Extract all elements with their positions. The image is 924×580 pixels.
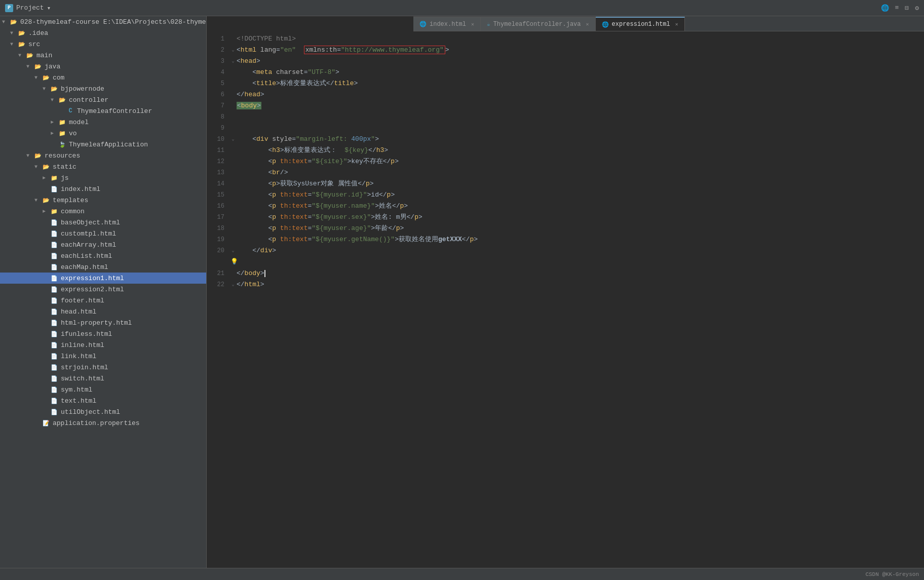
sidebar-item-31[interactable]: 📄strjoin.html	[0, 362, 206, 373]
sidebar-item-1[interactable]: ▼📂.idea	[0, 27, 206, 38]
tree-arrow-10: ►	[51, 131, 58, 136]
sidebar-item-15[interactable]: 📄index.html	[0, 183, 206, 195]
tree-arrow-1: ▼	[10, 30, 17, 36]
tree-label-15: index.html	[61, 185, 100, 193]
html-icon-23: 📄	[50, 274, 59, 282]
tree-label-10: vo	[69, 130, 77, 137]
sidebar-item-0[interactable]: ▼📂028-thymeleaf-course E:\IDEA\Projects\…	[0, 16, 206, 27]
sidebar-item-24[interactable]: 📄expression2.html	[0, 284, 206, 295]
tab-close-expression1[interactable]: ✕	[675, 21, 678, 27]
line-num-6: 6	[207, 89, 229, 100]
sidebar-item-6[interactable]: ▼📂bjpowernode	[0, 83, 206, 94]
tab-expression1[interactable]: 🌐 expression1.html ✕	[596, 17, 685, 31]
sidebar-item-35[interactable]: 📄utilObject.html	[0, 406, 206, 417]
code-editor[interactable]: 1<!DOCTYPE html>2⌄<html lang="en" xmlns:…	[207, 31, 924, 568]
tree-label-3: main	[36, 52, 52, 59]
tab-label-index: index.html	[430, 21, 466, 28]
line-fold-22[interactable]: ⌄	[229, 279, 237, 290]
line-fold-2[interactable]: ⌄	[229, 45, 237, 56]
sidebar-item-30[interactable]: 📄link.html	[0, 351, 206, 362]
line-fold-10[interactable]: ⌄	[229, 134, 237, 145]
sidebar-item-16[interactable]: ▼📂templates	[0, 195, 206, 206]
tree-arrow-5: ▼	[34, 75, 42, 81]
sidebar-item-11[interactable]: 🍃ThymeleafApplication	[0, 139, 206, 150]
tree-label-34: text.html	[61, 397, 96, 405]
bulb-icon[interactable]: 💡	[230, 258, 238, 265]
tree-label-9: model	[69, 119, 89, 126]
folder-icon-7: 📂	[58, 96, 67, 104]
sidebar-item-5[interactable]: ▼📂com	[0, 72, 206, 83]
java-icon-8: C	[66, 107, 75, 115]
tree-label-31: strjoin.html	[61, 364, 108, 371]
line-content-3: <head>	[237, 56, 924, 67]
sidebar-item-4[interactable]: ▼📂java	[0, 61, 206, 72]
line-fold-3[interactable]: ⌄	[229, 56, 237, 67]
sidebar-item-26[interactable]: 📄head.html	[0, 306, 206, 317]
sidebar-item-9[interactable]: ►📁model	[0, 117, 206, 128]
sidebar-item-28[interactable]: 📄ifunless.html	[0, 328, 206, 339]
sidebar-item-12[interactable]: ▼📂resources	[0, 150, 206, 161]
html-icon-22: 📄	[50, 263, 59, 271]
sidebar-item-7[interactable]: ▼📂controller	[0, 94, 206, 105]
line-num-14: 14	[207, 178, 229, 189]
sidebar-item-13[interactable]: ▼📂static	[0, 161, 206, 172]
code-line-2: 2⌄<html lang="en" xmlns:th="http://www.t…	[207, 45, 924, 56]
menu-icon[interactable]: ≡	[895, 4, 899, 12]
sidebar-item-33[interactable]: 📄sym.html	[0, 384, 206, 395]
sidebar-item-27[interactable]: 📄html-property.html	[0, 317, 206, 328]
html-icon-19: 📄	[50, 229, 59, 238]
code-line-4: 4 <meta charset="UTF-8">	[207, 67, 924, 78]
tab-close-controller[interactable]: ✕	[586, 21, 589, 27]
sidebar-item-3[interactable]: ▼📂main	[0, 50, 206, 61]
sidebar: ▼📂028-thymeleaf-course E:\IDEA\Projects\…	[0, 16, 207, 568]
line-num-11: 11	[207, 145, 229, 156]
sidebar-item-18[interactable]: 📄baseObject.html	[0, 217, 206, 228]
html-icon-27: 📄	[50, 319, 59, 327]
tree-arrow-4: ▼	[26, 64, 33, 69]
sidebar-item-10[interactable]: ►📁vo	[0, 128, 206, 139]
settings-icon[interactable]: ⚙	[915, 4, 919, 12]
code-line-3: 3⌄<head>	[207, 56, 924, 67]
sidebar-item-22[interactable]: 📄eachMap.html	[0, 261, 206, 273]
line-content-21: </body>	[237, 268, 924, 279]
line-content-16: <p th:text="${myuser.name}">姓名</p>	[237, 201, 924, 212]
line-num-4: 4	[207, 67, 229, 78]
line-fold-20[interactable]: ⌄ 💡	[229, 245, 237, 268]
globe-icon[interactable]: 🌐	[881, 4, 889, 12]
code-line-21: 21</body>	[207, 268, 924, 279]
tab-controller[interactable]: ☕ ThymeleafController.java ✕	[481, 17, 595, 31]
code-line-6: 6</head>	[207, 89, 924, 100]
tab-close-index[interactable]: ✕	[471, 21, 474, 27]
line-num-5: 5	[207, 78, 229, 89]
sidebar-item-17[interactable]: ►📁common	[0, 206, 206, 217]
dropdown-arrow[interactable]: ▾	[47, 4, 51, 12]
sidebar-item-32[interactable]: 📄switch.html	[0, 373, 206, 384]
tab-index[interactable]: 🌐 index.html ✕	[413, 17, 481, 31]
project-label: Project	[16, 4, 44, 12]
tab-label-expression1: expression1.html	[612, 21, 670, 28]
folder-icon-13: 📂	[42, 163, 51, 171]
folder-icon-3: 📂	[25, 51, 34, 59]
sidebar-item-34[interactable]: 📄text.html	[0, 395, 206, 406]
sidebar-item-25[interactable]: 📄footer.html	[0, 295, 206, 306]
tree-arrow-14: ►	[43, 175, 50, 181]
spring-icon-11: 🍃	[58, 140, 67, 148]
line-num-8: 8	[207, 111, 229, 123]
sidebar-item-14[interactable]: ►📁js	[0, 172, 206, 183]
sidebar-item-20[interactable]: 📄eachArray.html	[0, 239, 206, 250]
sidebar-item-36[interactable]: 📝application.properties	[0, 417, 206, 429]
line-num-21: 21	[207, 268, 229, 279]
sidebar-item-29[interactable]: 📄inline.html	[0, 339, 206, 351]
html-icon-34: 📄	[50, 397, 59, 405]
code-line-17: 17 <p th:text="${myuser.sex}">姓名: m男</p>	[207, 212, 924, 223]
folder-icon-4: 📂	[33, 62, 43, 70]
sidebar-item-21[interactable]: 📄eachList.html	[0, 250, 206, 261]
sidebar-item-19[interactable]: 📄customtpl.html	[0, 228, 206, 239]
layout-icon[interactable]: ⊟	[905, 4, 909, 12]
tree-arrow-9: ►	[51, 120, 58, 125]
tree-label-13: static	[53, 163, 76, 171]
sidebar-item-8[interactable]: CThymeleafController	[0, 105, 206, 117]
sidebar-item-23[interactable]: 📄expression1.html	[0, 273, 206, 284]
sidebar-item-2[interactable]: ▼📂src	[0, 38, 206, 50]
tree-label-7: controller	[69, 96, 108, 104]
